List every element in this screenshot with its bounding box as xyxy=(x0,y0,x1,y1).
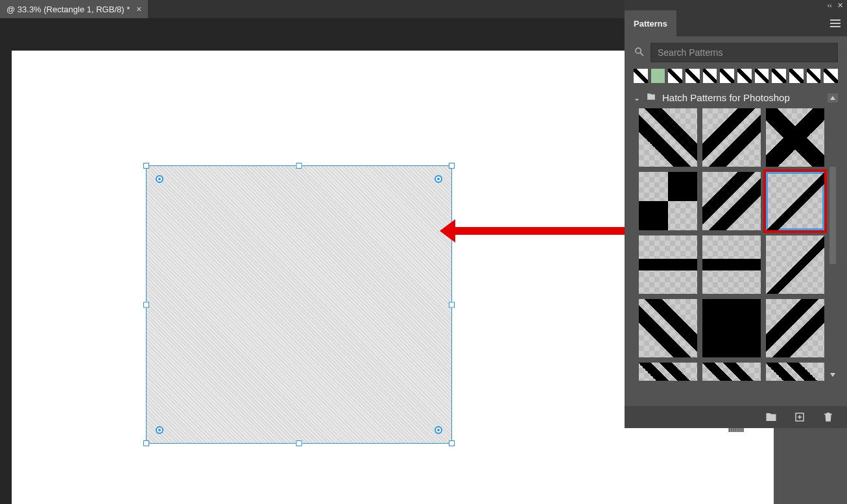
document-area xyxy=(0,18,625,504)
pattern-swatch-sparse-2[interactable] xyxy=(766,235,824,294)
tab-patterns[interactable]: Patterns xyxy=(625,10,676,36)
document-tab-title: @ 33.3% (Rectangle 1, RGB/8) * xyxy=(6,5,130,14)
preset-thumb-7[interactable] xyxy=(737,69,752,83)
folder-icon xyxy=(645,92,657,103)
scrollbar[interactable] xyxy=(828,108,838,381)
document-tab[interactable]: @ 33.3% (Rectangle 1, RGB/8) * × xyxy=(0,0,148,18)
search-icon[interactable] xyxy=(634,46,645,60)
trash-icon[interactable] xyxy=(822,411,834,423)
chevron-down-icon: ⌄ xyxy=(634,93,640,102)
pattern-swatch-checks[interactable] xyxy=(639,172,697,230)
panel-footer xyxy=(625,406,847,428)
preset-thumb-3[interactable] xyxy=(668,69,682,83)
pattern-swatch-diag-2[interactable] xyxy=(639,299,697,357)
preset-thumb-1[interactable] xyxy=(634,69,648,83)
tab-patterns-label: Patterns xyxy=(634,19,667,29)
panel-collapse-icon[interactable]: ‹‹ xyxy=(828,1,832,9)
preset-thumb-9[interactable] xyxy=(772,69,786,83)
transform-handle-mr[interactable] xyxy=(449,302,455,307)
search-input[interactable] xyxy=(650,43,838,62)
close-icon[interactable]: × xyxy=(136,4,141,14)
document-tab-bar: @ 33.3% (Rectangle 1, RGB/8) * × xyxy=(0,0,625,18)
pattern-swatch-diag-1[interactable] xyxy=(639,108,697,167)
preset-thumb-5[interactable] xyxy=(703,69,717,83)
preset-thumb-2[interactable] xyxy=(651,69,665,83)
panel-menu-icon[interactable] xyxy=(830,19,841,27)
panel-close-icon[interactable]: ✕ xyxy=(837,1,843,10)
corner-anchor-tl[interactable] xyxy=(156,175,163,183)
pattern-swatch-horiz[interactable] xyxy=(639,235,697,294)
preset-thumb-10[interactable] xyxy=(789,69,804,83)
preset-thumb-12[interactable] xyxy=(824,69,838,83)
scroll-up-button[interactable] xyxy=(828,93,838,102)
transform-handle-bl[interactable] xyxy=(143,440,149,446)
panel-top-controls: ‹‹ ✕ xyxy=(625,0,847,10)
corner-anchor-bl[interactable] xyxy=(156,426,163,434)
pattern-swatch-partial[interactable] xyxy=(639,363,697,381)
pattern-scroll-area xyxy=(634,108,838,381)
pattern-swatch-antidiag-1[interactable] xyxy=(702,108,761,167)
preset-thumb-8[interactable] xyxy=(755,69,769,83)
panel-tab-bar: Patterns xyxy=(625,10,847,36)
preset-thumb-6[interactable] xyxy=(720,69,734,83)
pattern-swatch-partial[interactable] xyxy=(766,363,824,381)
pattern-swatch-horiz-2[interactable] xyxy=(702,235,761,294)
transform-handle-tl[interactable] xyxy=(143,163,149,169)
folder-name: Hatch Patterns for Photoshop xyxy=(662,92,790,103)
scrollbar-thumb[interactable] xyxy=(829,167,836,264)
rectangle-shape-selected[interactable] xyxy=(146,165,452,444)
pattern-swatch-antidiag-2[interactable] xyxy=(702,172,761,230)
transform-handle-tm[interactable] xyxy=(296,163,302,169)
pattern-swatch-solid[interactable] xyxy=(702,299,761,357)
corner-anchor-br[interactable] xyxy=(435,426,442,434)
preset-preview-row xyxy=(634,69,838,83)
pattern-swatch-sparse[interactable] xyxy=(766,172,824,230)
transform-handle-ml[interactable] xyxy=(143,302,149,307)
transform-handle-br[interactable] xyxy=(449,440,455,446)
pattern-swatch-antidiag-3[interactable] xyxy=(766,299,824,357)
pattern-grid xyxy=(634,108,838,381)
preset-thumb-4[interactable] xyxy=(686,69,700,83)
search-row xyxy=(634,43,838,62)
transform-handle-tr[interactable] xyxy=(449,163,455,169)
corner-anchor-tr[interactable] xyxy=(435,175,442,183)
preset-thumb-11[interactable] xyxy=(807,69,821,83)
folder-icon-footer[interactable] xyxy=(765,411,777,423)
pattern-swatch-partial[interactable] xyxy=(702,363,761,381)
new-preset-icon[interactable] xyxy=(794,411,805,423)
transform-handle-bm[interactable] xyxy=(296,440,302,446)
panel-body: ⌄ Hatch Patterns for Photoshop xyxy=(625,36,847,385)
patterns-panel: ‹‹ ✕ Patterns xyxy=(625,0,847,428)
folder-header[interactable]: ⌄ Hatch Patterns for Photoshop xyxy=(634,92,838,103)
scroll-down-button[interactable] xyxy=(828,370,838,379)
pattern-swatch-cross[interactable] xyxy=(766,108,824,167)
panel-resize-grip[interactable] xyxy=(728,428,743,432)
